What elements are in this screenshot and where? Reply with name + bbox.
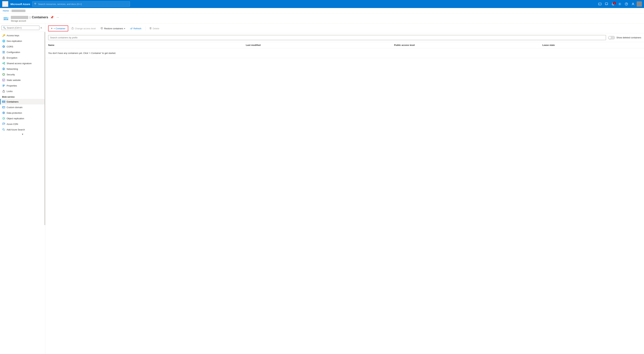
notification-badge: 2: [613, 2, 616, 4]
svg-rect-30: [2, 79, 5, 80]
content-toolbar: + + Container Change access level Restor…: [45, 24, 644, 33]
breadcrumb: Home ›: [0, 8, 644, 14]
breadcrumb-home[interactable]: Home: [3, 10, 9, 12]
global-search-input[interactable]: [38, 3, 128, 6]
show-deleted-toggle-container: Show deleted containers: [608, 36, 641, 40]
settings-button[interactable]: [617, 2, 623, 7]
svg-rect-37: [2, 101, 5, 102]
sidebar-item-custom-domain[interactable]: Custom domain: [0, 104, 45, 110]
sidebar-label-object-replication: Object replication: [7, 117, 24, 120]
more-options-button[interactable]: ···: [56, 15, 60, 20]
pin-button[interactable]: 📌: [50, 15, 54, 20]
add-container-button[interactable]: + + Container: [48, 26, 68, 32]
sidebar-item-azure-cdn[interactable]: Azure CDN: [0, 121, 45, 127]
column-name[interactable]: Name: [48, 44, 246, 46]
sidebar-search-input[interactable]: [7, 26, 38, 29]
user-avatar[interactable]: [637, 2, 642, 7]
data-protection-icon: [2, 111, 5, 114]
breadcrumb-account: [12, 10, 26, 12]
hamburger-menu-button[interactable]: ☰: [2, 1, 8, 7]
notifications-button[interactable]: 2: [610, 2, 616, 7]
sidebar-label-access-keys: Access keys: [7, 34, 19, 37]
svg-rect-18: [2, 51, 5, 52]
sidebar-scroll-down[interactable]: ▼: [0, 132, 45, 136]
account-name-blurred: [11, 16, 28, 19]
lock-icon: [71, 27, 74, 30]
svg-rect-35: [2, 86, 4, 86]
refresh-icon: [130, 27, 132, 30]
main-layout: 🔍 « 🔑 Access keys 🌐 Geo-replication: [0, 24, 644, 354]
svg-rect-9: [4, 18, 4, 18]
feedback-button[interactable]: [604, 2, 610, 7]
svg-point-23: [2, 63, 4, 64]
svg-rect-13: [6, 19, 6, 20]
sidebar-label-static-website: Static website: [7, 79, 20, 82]
sidebar-item-security[interactable]: Security: [0, 72, 45, 77]
sidebar-item-geo-replication[interactable]: 🌐 Geo-replication: [0, 38, 45, 44]
sidebar-item-static-website[interactable]: Static website: [0, 77, 45, 83]
shared-access-icon: [2, 62, 5, 65]
topbar-icon-group: >_ 2 ?: [597, 2, 642, 7]
svg-rect-20: [2, 53, 5, 53]
cloud-shell-button[interactable]: >_: [597, 2, 603, 7]
sidebar-label-encryption: Encryption: [7, 56, 17, 59]
show-deleted-toggle[interactable]: [608, 36, 615, 40]
toggle-knob: [608, 36, 611, 39]
sidebar-item-cors[interactable]: CORS: [0, 44, 45, 49]
restore-dropdown-icon[interactable]: ▾: [124, 28, 125, 30]
sidebar-label-networking: Networking: [7, 68, 18, 70]
sidebar-item-access-keys[interactable]: 🔑 Access keys: [0, 32, 45, 38]
sidebar-item-properties[interactable]: Properties: [0, 83, 45, 88]
sidebar-collapse-button[interactable]: «: [40, 26, 43, 30]
add-azure-search-icon: [2, 128, 5, 131]
sidebar-item-encryption[interactable]: Encryption: [0, 55, 45, 60]
column-last-modified[interactable]: Last modified: [246, 44, 394, 46]
sidebar-item-containers[interactable]: Containers: [0, 99, 45, 104]
config-icon: [2, 50, 5, 54]
column-lease-state[interactable]: Lease state: [542, 44, 641, 46]
azure-cdn-icon: [2, 122, 5, 126]
page-header: | Containers 📌 ··· Storage account: [0, 14, 644, 24]
sidebar-item-networking[interactable]: Networking: [0, 66, 45, 72]
sidebar-item-add-azure-search[interactable]: Add Azure Search: [0, 127, 45, 132]
change-access-level-button[interactable]: Change access level: [70, 26, 98, 31]
sidebar-item-object-replication[interactable]: Object replication: [0, 116, 45, 121]
delete-icon: [149, 27, 152, 30]
column-public-access[interactable]: Public access level: [394, 44, 542, 46]
sidebar-item-locks[interactable]: Locks: [0, 88, 45, 94]
global-search-box: 🔍: [32, 2, 130, 7]
table-header: Name Last modified Public access level L…: [45, 42, 644, 48]
svg-point-6: [632, 3, 634, 4]
refresh-button[interactable]: Refresh: [128, 26, 143, 31]
page-title: Containers: [32, 16, 48, 19]
svg-rect-2: [605, 3, 608, 5]
svg-rect-48: [72, 28, 74, 29]
page-subtitle: Storage account: [11, 20, 60, 22]
sidebar: 🔍 « 🔑 Access keys 🌐 Geo-replication: [0, 24, 45, 354]
help-button[interactable]: ?: [624, 2, 629, 7]
sidebar-item-data-protection[interactable]: Data protection: [0, 110, 45, 116]
svg-rect-36: [3, 91, 4, 92]
table-body: You don't have any containers yet. Click…: [45, 48, 644, 354]
svg-rect-33: [2, 85, 5, 85]
sidebar-item-shared-access[interactable]: Shared access signature: [0, 60, 45, 66]
add-container-label: + Container: [54, 27, 66, 30]
object-replication-icon: [2, 117, 5, 120]
network-icon: [2, 67, 5, 70]
svg-text:>_: >_: [599, 4, 601, 5]
account-button[interactable]: [630, 2, 636, 7]
page-icon: [3, 16, 9, 22]
restore-containers-button[interactable]: Restore containers ▾: [99, 26, 127, 31]
topbar: ☰ Microsoft Azure 🔍 >_ 2 ?: [0, 0, 644, 8]
empty-state-message: You don't have any containers yet. Click…: [45, 48, 644, 58]
sidebar-item-configuration[interactable]: Configuration: [0, 49, 45, 55]
sidebar-label-shared-access: Shared access signature: [7, 62, 32, 65]
security-shield-icon: [2, 73, 5, 76]
container-search-box: [48, 35, 606, 40]
sidebar-label-properties: Properties: [7, 84, 17, 87]
container-search-input[interactable]: [50, 36, 604, 39]
delete-button[interactable]: Delete: [148, 26, 161, 31]
show-deleted-label: Show deleted containers: [616, 36, 641, 39]
svg-line-26: [3, 63, 4, 63]
locks-icon: [2, 90, 5, 93]
